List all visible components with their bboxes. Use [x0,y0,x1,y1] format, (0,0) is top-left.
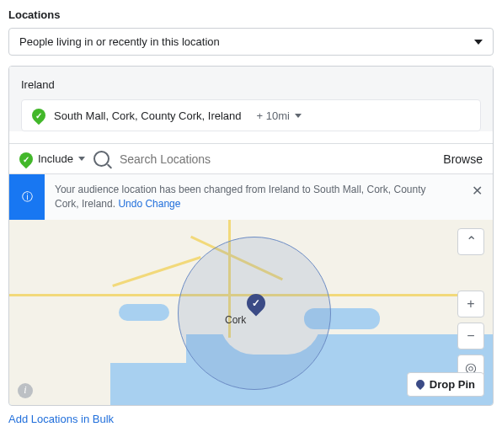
pin-icon [414,378,426,390]
location-change-notice: ⓘ Your audience location has been change… [9,173,493,220]
dropdown-value: People living in or recently in this loc… [19,35,220,48]
section-title: Locations [8,8,494,21]
chevron-down-icon [474,40,483,45]
chevron-down-icon [78,157,85,161]
search-input[interactable] [118,152,435,167]
info-icon[interactable]: i [18,383,33,398]
chevron-down-icon [295,114,302,118]
city-label: Cork [225,314,246,326]
radius-value: + 10mi [257,109,290,122]
radius-dropdown[interactable]: + 10mi [257,109,302,122]
pin-icon: ✓ [29,106,49,125]
include-mode-button[interactable]: ✓ Include [19,152,85,166]
notice-text: Your audience location has been changed … [45,174,462,220]
drop-pin-button[interactable]: Drop Pin [407,372,484,397]
selected-location-chip[interactable]: ✓ South Mall, Cork, County Cork, Ireland… [21,99,481,131]
zoom-in-button[interactable]: + [457,291,484,317]
undo-change-link[interactable]: Undo Change [118,198,180,210]
collapse-map-button[interactable]: ⌃ [457,228,484,255]
pin-icon: ✓ [17,149,36,168]
search-icon [93,151,109,167]
locations-panel: Ireland ✓ South Mall, Cork, County Cork,… [8,66,494,406]
close-icon[interactable]: ✕ [462,174,493,207]
zoom-out-button[interactable]: − [457,323,484,349]
drop-pin-label: Drop Pin [430,378,475,391]
browse-button[interactable]: Browse [443,152,483,166]
targeting-type-dropdown[interactable]: People living in or recently in this loc… [8,28,494,56]
country-header: Ireland [9,67,493,99]
include-label: Include [38,152,73,165]
add-locations-bulk-link[interactable]: Add Locations in Bulk [8,413,114,425]
search-row: ✓ Include Browse [9,143,493,173]
map[interactable]: ✓ Cork ⌃ + − ◎ Drop Pin i [9,220,493,405]
info-icon: ⓘ [9,174,45,220]
selected-location-name: South Mall, Cork, County Cork, Ireland [54,109,242,122]
